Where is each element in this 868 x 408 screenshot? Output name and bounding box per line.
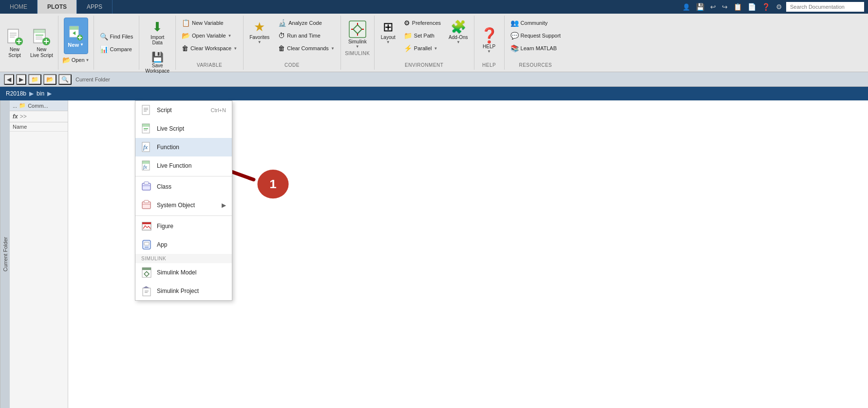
menu-item-app[interactable]: App	[135, 235, 232, 254]
open-variable-button[interactable]: 📂 Open Variable ▼	[179, 30, 240, 41]
analyze-code-label: Analyze Code	[288, 20, 322, 26]
browse-button[interactable]: 📂	[43, 74, 57, 85]
menu-item-class[interactable]: Class	[135, 177, 232, 196]
compare-icon: 📊	[100, 45, 108, 53]
layout-arrow: ▼	[386, 40, 390, 44]
request-support-button[interactable]: 💬 Request Support	[508, 30, 564, 41]
tab-plots[interactable]: PLOTS	[38, 0, 77, 14]
menu-item-systemobject[interactable]: System Object ▶	[135, 196, 232, 214]
find-files-button[interactable]: 🔍 Find Files	[97, 31, 136, 42]
import-data-button[interactable]: ⬇ ImportData	[148, 18, 167, 47]
save-icon[interactable]: 💾	[694, 2, 706, 12]
parallel-icon: ⚡	[404, 44, 412, 52]
new-variable-button[interactable]: 📋 New Variable	[179, 18, 240, 28]
tab-apps[interactable]: APPS	[77, 0, 113, 14]
app-menu-label: App	[157, 241, 167, 248]
parallel-button[interactable]: ⚡ Parallel ▼	[401, 43, 444, 54]
tab-home-label: HOME	[10, 3, 27, 10]
copy-icon[interactable]: 📋	[732, 2, 744, 12]
search-input[interactable]	[786, 2, 864, 12]
menu-item-figure[interactable]: Figure	[135, 217, 232, 235]
favorites-button[interactable]: ★ Favorites ▼	[246, 18, 272, 46]
clear-commands-button[interactable]: 🗑 Clear Commands ▼	[275, 43, 338, 54]
path-separator-2: ▶	[47, 90, 52, 97]
path-bin[interactable]: bin	[37, 90, 44, 97]
name-column-header: Name	[10, 122, 68, 132]
menu-item-simulink-project[interactable]: Simulink Project	[135, 282, 232, 300]
path-separator-1: ▶	[29, 90, 34, 97]
title-bar: HOME PLOTS APPS 👤 💾 ↩ ↪ 📋 📄 ❓ ⚙	[0, 0, 868, 14]
menu-item-livefunction[interactable]: fx Live Function	[135, 156, 232, 175]
undo-icon[interactable]: ↩	[708, 2, 718, 12]
clear-commands-label: Clear Commands	[287, 45, 329, 51]
svg-rect-49	[144, 242, 149, 245]
compare-button[interactable]: 📊 Compare	[97, 44, 136, 55]
svg-text:fx: fx	[143, 143, 148, 151]
set-path-button[interactable]: 📁 Set Path	[401, 30, 444, 41]
livescript-menu-label: Live Script	[157, 125, 184, 132]
new-variable-label: New Variable	[192, 20, 224, 26]
file-new-section: NewScript NewLive Script	[0, 16, 58, 70]
simulink-section-label: SIMULINK	[345, 51, 370, 56]
clear-workspace-button[interactable]: 🗑 Clear Workspace ▼	[179, 43, 240, 54]
compare-label: Compare	[110, 46, 132, 52]
back-button[interactable]: ◀	[4, 74, 14, 85]
open-variable-arrow: ▼	[228, 34, 232, 38]
learn-matlab-button[interactable]: 📚 Learn MATLAB	[508, 43, 564, 54]
open-dropdown-button[interactable]: 📂 Open ▼	[60, 55, 92, 65]
new-script-button[interactable]: NewScript	[2, 25, 27, 60]
forward-button[interactable]: ▶	[16, 74, 26, 85]
redo-icon[interactable]: ↪	[720, 2, 730, 12]
sidebar-header: ... 📁 Comm...	[10, 100, 68, 111]
fx-label: fx	[13, 113, 18, 120]
new-livescript-label: NewLive Script	[30, 47, 53, 58]
livefunction-menu-label: Live Function	[157, 162, 191, 169]
community-label: Community	[521, 20, 548, 26]
preferences-button[interactable]: ⚙ Preferences	[401, 18, 444, 28]
run-time-label: Run and Time	[287, 33, 320, 39]
new-dropdown-button[interactable]: New ▼	[64, 18, 88, 54]
new-livescript-button[interactable]: NewLive Script	[27, 25, 56, 60]
simulink-section: Simulink ▼ SIMULINK	[341, 16, 375, 70]
clipboard-icon[interactable]: 📄	[746, 2, 758, 12]
simulink-section-header: SIMULINK	[135, 254, 232, 263]
new-dropdown-arrow: ▼	[80, 42, 84, 47]
analyze-code-icon: 🔬	[278, 19, 286, 27]
settings-icon[interactable]: ⚙	[774, 2, 784, 12]
menu-item-function[interactable]: fx Function	[135, 138, 232, 156]
menu-item-simulink-model[interactable]: Simulink Model	[135, 263, 232, 282]
community-button[interactable]: 👥 Community	[508, 18, 564, 28]
simulink-button[interactable]: Simulink ▼	[345, 18, 370, 51]
save-workspace-button[interactable]: 💾 SaveWorkspace	[142, 49, 172, 76]
variable-section: 📋 New Variable 📂 Open Variable ▼ 🗑 Clear…	[176, 16, 244, 70]
current-folder-tab[interactable]: Current Folder	[0, 100, 10, 408]
refresh-button[interactable]: 🔍	[58, 74, 72, 85]
code-tools: 🔬 Analyze Code ⏱ Run and Time 🗑 Clear Co…	[275, 18, 338, 54]
run-and-time-button[interactable]: ⏱ Run and Time	[275, 30, 338, 41]
up-folder-button[interactable]: 📁	[28, 74, 41, 85]
svg-rect-47	[142, 222, 151, 224]
layout-button[interactable]: ⊞ Layout ▼	[377, 18, 399, 46]
menu-item-script[interactable]: Script Ctrl+N	[135, 101, 232, 119]
new-livescript-icon	[32, 27, 51, 47]
simulink-icon	[348, 19, 367, 39]
comm-label: Comm...	[28, 103, 48, 109]
systemobject-arrow-icon: ▶	[222, 202, 226, 209]
parallel-arrow: ▼	[434, 46, 437, 51]
script-menu-label: Script	[157, 107, 172, 114]
live-script-menu-icon	[141, 123, 152, 134]
title-bar-right: 👤 💾 ↩ ↪ 📋 📄 ❓ ⚙	[680, 0, 868, 14]
svg-rect-45	[144, 200, 149, 203]
help-section-label: HELP	[482, 62, 496, 68]
script-shortcut: Ctrl+N	[211, 107, 226, 113]
menu-item-livescript[interactable]: Live Script	[135, 119, 232, 138]
help-icon[interactable]: ❓	[760, 2, 772, 12]
tab-home[interactable]: HOME	[0, 0, 38, 14]
profile-icon[interactable]: 👤	[680, 2, 692, 12]
path-r2018b[interactable]: R2018b	[6, 90, 26, 97]
command-area[interactable]: Script Ctrl+N Live Script	[68, 100, 868, 408]
add-ons-button[interactable]: 🧩 Add-Ons ▼	[446, 18, 471, 46]
find-files-label: Find Files	[110, 34, 133, 39]
help-button[interactable]: ❓ HELP ▼	[477, 18, 501, 62]
analyze-code-button[interactable]: 🔬 Analyze Code	[275, 18, 338, 28]
